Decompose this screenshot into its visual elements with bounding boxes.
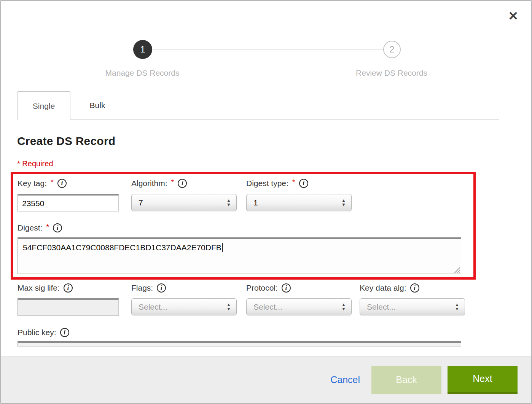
max-sig-life-input[interactable] — [18, 298, 119, 316]
required-note: * Required — [17, 159, 53, 168]
select-arrows-icon: ▲ ▼ — [226, 303, 231, 311]
key-tag-input[interactable] — [18, 194, 119, 212]
tab-single[interactable]: Single — [17, 91, 70, 120]
algorithm-label-text: Algorithm: — [131, 179, 167, 188]
stepper: 1 2 Manage DS Records Review DS Records — [1, 1, 531, 83]
step-1-circle: 1 — [133, 40, 152, 59]
key-data-alg-select[interactable]: Select... ▲ ▼ — [360, 298, 465, 315]
arrow-down-icon: ▼ — [226, 203, 231, 207]
cancel-button[interactable]: Cancel — [330, 374, 360, 385]
flags-label-text: Flags: — [131, 283, 153, 293]
create-ds-record-modal: ✕ 1 2 Manage DS Records Review DS Record… — [0, 0, 532, 404]
key-tag-label-text: Key tag: — [18, 179, 47, 188]
select-arrows-icon: ▲ ▼ — [341, 199, 346, 207]
protocol-select-value: Select... — [253, 302, 341, 312]
protocol-label-text: Protocol: — [246, 283, 278, 293]
arrow-down-icon: ▼ — [455, 307, 459, 311]
info-icon[interactable]: i — [157, 283, 166, 293]
algorithm-select-value: 7 — [139, 198, 226, 207]
required-asterisk: * — [51, 178, 54, 187]
select-arrows-icon: ▲ ▼ — [226, 199, 231, 207]
digest-type-select[interactable]: 1 ▲ ▼ — [246, 194, 352, 211]
key-data-alg-label-text: Key data alg: — [360, 283, 406, 293]
info-icon[interactable]: i — [282, 283, 291, 293]
resize-handle-icon[interactable] — [454, 267, 460, 273]
digest-value: 54FCF030AA1C79C0088FDEC1BD1C37DAA2E70DFB — [23, 243, 221, 252]
public-key-label-text: Public key: — [18, 328, 56, 337]
modal-footer: Cancel Back Next — [1, 356, 531, 403]
step-1-label: Manage DS Records — [105, 68, 180, 78]
algorithm-select[interactable]: 7 ▲ ▼ — [131, 194, 237, 211]
flags-label: Flags: i — [131, 283, 166, 293]
info-icon[interactable]: i — [64, 283, 73, 293]
max-sig-life-label: Max sig life: i — [18, 283, 73, 293]
back-button[interactable]: Back — [371, 366, 441, 394]
info-icon[interactable]: i — [60, 328, 69, 337]
digest-type-select-value: 1 — [253, 198, 341, 207]
required-asterisk: * — [292, 178, 295, 187]
arrow-down-icon: ▼ — [341, 307, 346, 311]
digest-label: Digest: * i — [18, 223, 62, 232]
flags-select-value: Select... — [139, 302, 226, 312]
digest-type-label-text: Digest type: — [246, 179, 288, 188]
next-button[interactable]: Next — [448, 366, 518, 394]
step-2-label: Review DS Records — [356, 68, 427, 78]
required-asterisk: * — [46, 223, 49, 231]
info-icon[interactable]: i — [53, 223, 62, 232]
flags-select[interactable]: Select... ▲ ▼ — [131, 298, 237, 315]
info-icon[interactable]: i — [178, 179, 187, 188]
protocol-select[interactable]: Select... ▲ ▼ — [246, 298, 352, 315]
key-data-alg-select-value: Select... — [367, 302, 455, 312]
info-icon[interactable]: i — [410, 283, 419, 293]
max-sig-life-label-text: Max sig life: — [18, 283, 60, 293]
digest-type-label: Digest type: * i — [246, 179, 308, 188]
algorithm-label: Algorithm: * i — [131, 179, 187, 188]
key-tag-label: Key tag: * i — [18, 179, 67, 188]
step-2-circle: 2 — [383, 41, 401, 58]
info-icon[interactable]: i — [299, 179, 308, 188]
protocol-label: Protocol: i — [246, 283, 291, 293]
required-asterisk: * — [171, 178, 174, 187]
arrow-down-icon: ▼ — [226, 307, 231, 311]
digest-textarea[interactable]: 54FCF030AA1C79C0088FDEC1BD1C37DAA2E70DFB — [18, 237, 461, 274]
select-arrows-icon: ▲ ▼ — [455, 303, 459, 311]
key-data-alg-label: Key data alg: i — [360, 283, 419, 293]
stepper-connector-line — [152, 49, 384, 49]
arrow-down-icon: ▼ — [341, 203, 346, 207]
public-key-textarea[interactable] — [18, 341, 461, 347]
select-arrows-icon: ▲ ▼ — [341, 303, 346, 311]
page-title: Create DS Record — [17, 135, 115, 148]
tab-bulk[interactable]: Bulk — [71, 91, 124, 119]
info-icon[interactable]: i — [57, 179, 67, 188]
tab-bar: Single Bulk — [17, 91, 499, 119]
digest-label-text: Digest: — [18, 223, 42, 232]
public-key-label: Public key: i — [18, 328, 69, 337]
text-cursor — [222, 243, 223, 252]
